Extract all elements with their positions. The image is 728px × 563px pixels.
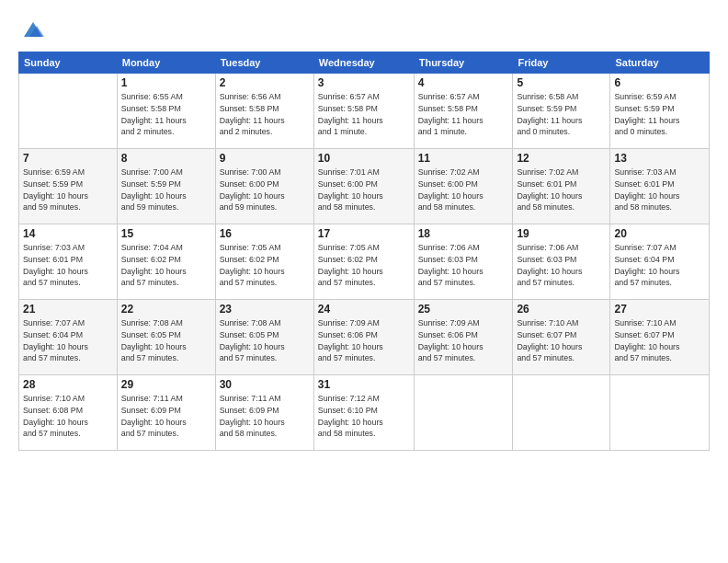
calendar-cell: 28Sunrise: 7:10 AMSunset: 6:08 PMDayligh… [19, 375, 118, 451]
logo-icon [20, 17, 46, 42]
logo [18, 17, 46, 42]
day-number: 11 [418, 152, 509, 165]
day-number: 29 [121, 378, 211, 391]
calendar-cell: 10Sunrise: 7:01 AMSunset: 6:00 PMDayligh… [313, 149, 414, 224]
day-info: Sunrise: 7:12 AMSunset: 6:10 PMDaylight:… [318, 393, 410, 440]
calendar-cell [513, 375, 610, 451]
day-info: Sunrise: 6:57 AMSunset: 5:58 PMDaylight:… [318, 91, 410, 138]
day-info: Sunrise: 7:05 AMSunset: 6:02 PMDaylight:… [220, 242, 310, 289]
day-number: 4 [418, 76, 509, 89]
day-info: Sunrise: 7:08 AMSunset: 6:05 PMDaylight:… [121, 317, 211, 364]
day-number: 21 [23, 303, 113, 316]
day-info: Sunrise: 7:03 AMSunset: 6:01 PMDaylight:… [23, 242, 113, 289]
weekday-header: Monday [117, 52, 215, 74]
calendar-cell: 30Sunrise: 7:11 AMSunset: 6:09 PMDayligh… [215, 375, 313, 451]
calendar-cell: 3Sunrise: 6:57 AMSunset: 5:58 PMDaylight… [313, 74, 414, 149]
day-number: 3 [318, 76, 410, 89]
day-info: Sunrise: 6:58 AMSunset: 5:59 PMDaylight:… [517, 91, 606, 138]
day-number: 26 [517, 303, 606, 316]
calendar-cell: 15Sunrise: 7:04 AMSunset: 6:02 PMDayligh… [117, 224, 215, 300]
calendar-cell: 24Sunrise: 7:09 AMSunset: 6:06 PMDayligh… [313, 300, 414, 375]
day-number: 30 [220, 378, 310, 391]
calendar-cell: 6Sunrise: 6:59 AMSunset: 5:59 PMDaylight… [610, 74, 710, 149]
calendar-cell [19, 74, 118, 149]
weekday-header: Friday [513, 52, 610, 74]
calendar-cell: 5Sunrise: 6:58 AMSunset: 5:59 PMDaylight… [513, 74, 610, 149]
calendar-cell: 26Sunrise: 7:10 AMSunset: 6:07 PMDayligh… [513, 300, 610, 375]
day-info: Sunrise: 7:07 AMSunset: 6:04 PMDaylight:… [23, 317, 113, 364]
day-info: Sunrise: 7:11 AMSunset: 6:09 PMDaylight:… [121, 393, 211, 440]
day-number: 17 [318, 227, 410, 240]
calendar-cell: 25Sunrise: 7:09 AMSunset: 6:06 PMDayligh… [414, 300, 513, 375]
calendar-cell: 1Sunrise: 6:55 AMSunset: 5:58 PMDaylight… [117, 74, 215, 149]
calendar-header-row: SundayMondayTuesdayWednesdayThursdayFrid… [19, 52, 710, 74]
day-info: Sunrise: 7:00 AMSunset: 5:59 PMDaylight:… [121, 167, 211, 213]
day-number: 31 [318, 378, 410, 391]
calendar-cell: 21Sunrise: 7:07 AMSunset: 6:04 PMDayligh… [19, 300, 118, 375]
calendar-cell: 29Sunrise: 7:11 AMSunset: 6:09 PMDayligh… [117, 375, 215, 451]
day-info: Sunrise: 7:06 AMSunset: 6:03 PMDaylight:… [418, 242, 509, 289]
calendar-cell: 19Sunrise: 7:06 AMSunset: 6:03 PMDayligh… [513, 224, 610, 300]
calendar-cell: 23Sunrise: 7:08 AMSunset: 6:05 PMDayligh… [215, 300, 313, 375]
calendar-cell: 22Sunrise: 7:08 AMSunset: 6:05 PMDayligh… [117, 300, 215, 375]
day-info: Sunrise: 7:10 AMSunset: 6:08 PMDaylight:… [23, 393, 113, 440]
day-number: 19 [517, 227, 606, 240]
calendar-cell: 31Sunrise: 7:12 AMSunset: 6:10 PMDayligh… [313, 375, 414, 451]
calendar-week-row: 7Sunrise: 6:59 AMSunset: 5:59 PMDaylight… [19, 149, 710, 224]
day-info: Sunrise: 7:11 AMSunset: 6:09 PMDaylight:… [220, 393, 310, 440]
calendar-week-row: 14Sunrise: 7:03 AMSunset: 6:01 PMDayligh… [19, 224, 710, 300]
day-info: Sunrise: 7:02 AMSunset: 6:01 PMDaylight:… [517, 167, 606, 213]
header [18, 17, 710, 42]
calendar-cell: 12Sunrise: 7:02 AMSunset: 6:01 PMDayligh… [513, 149, 610, 224]
day-number: 20 [614, 227, 705, 240]
calendar-week-row: 1Sunrise: 6:55 AMSunset: 5:58 PMDaylight… [19, 74, 710, 149]
calendar-cell [414, 375, 513, 451]
weekday-header: Wednesday [313, 52, 414, 74]
day-number: 23 [220, 303, 310, 316]
calendar-table: SundayMondayTuesdayWednesdayThursdayFrid… [18, 52, 710, 451]
day-number: 1 [121, 76, 211, 89]
day-info: Sunrise: 6:55 AMSunset: 5:58 PMDaylight:… [121, 91, 211, 138]
calendar-cell [610, 375, 710, 451]
day-number: 25 [418, 303, 509, 316]
calendar-cell: 20Sunrise: 7:07 AMSunset: 6:04 PMDayligh… [610, 224, 710, 300]
weekday-header: Sunday [19, 52, 118, 74]
calendar-cell: 11Sunrise: 7:02 AMSunset: 6:00 PMDayligh… [414, 149, 513, 224]
calendar-cell: 4Sunrise: 6:57 AMSunset: 5:58 PMDaylight… [414, 74, 513, 149]
day-number: 9 [220, 152, 310, 165]
day-info: Sunrise: 7:08 AMSunset: 6:05 PMDaylight:… [220, 317, 310, 364]
day-info: Sunrise: 7:10 AMSunset: 6:07 PMDaylight:… [614, 317, 705, 364]
day-info: Sunrise: 6:57 AMSunset: 5:58 PMDaylight:… [418, 91, 509, 138]
day-info: Sunrise: 6:59 AMSunset: 5:59 PMDaylight:… [23, 167, 113, 213]
day-info: Sunrise: 7:02 AMSunset: 6:00 PMDaylight:… [418, 167, 509, 213]
day-info: Sunrise: 7:01 AMSunset: 6:00 PMDaylight:… [318, 167, 410, 213]
day-number: 15 [121, 227, 211, 240]
calendar-cell: 2Sunrise: 6:56 AMSunset: 5:58 PMDaylight… [215, 74, 313, 149]
weekday-header: Thursday [414, 52, 513, 74]
day-number: 12 [517, 152, 606, 165]
calendar-week-row: 21Sunrise: 7:07 AMSunset: 6:04 PMDayligh… [19, 300, 710, 375]
day-number: 18 [418, 227, 509, 240]
day-number: 14 [23, 227, 113, 240]
day-number: 27 [614, 303, 705, 316]
day-number: 13 [614, 152, 705, 165]
calendar-cell: 14Sunrise: 7:03 AMSunset: 6:01 PMDayligh… [19, 224, 118, 300]
day-info: Sunrise: 6:56 AMSunset: 5:58 PMDaylight:… [220, 91, 310, 138]
day-number: 16 [220, 227, 310, 240]
day-info: Sunrise: 7:00 AMSunset: 6:00 PMDaylight:… [220, 167, 310, 213]
day-number: 7 [23, 152, 113, 165]
day-info: Sunrise: 7:03 AMSunset: 6:01 PMDaylight:… [614, 167, 705, 213]
day-number: 5 [517, 76, 606, 89]
calendar-cell: 9Sunrise: 7:00 AMSunset: 6:00 PMDaylight… [215, 149, 313, 224]
calendar-cell: 17Sunrise: 7:05 AMSunset: 6:02 PMDayligh… [313, 224, 414, 300]
weekday-header: Tuesday [215, 52, 313, 74]
day-number: 10 [318, 152, 410, 165]
calendar-cell: 18Sunrise: 7:06 AMSunset: 6:03 PMDayligh… [414, 224, 513, 300]
day-number: 8 [121, 152, 211, 165]
day-info: Sunrise: 7:05 AMSunset: 6:02 PMDaylight:… [318, 242, 410, 289]
day-number: 28 [23, 378, 113, 391]
day-number: 2 [220, 76, 310, 89]
day-info: Sunrise: 6:59 AMSunset: 5:59 PMDaylight:… [614, 91, 705, 138]
day-number: 22 [121, 303, 211, 316]
day-info: Sunrise: 7:07 AMSunset: 6:04 PMDaylight:… [614, 242, 705, 289]
